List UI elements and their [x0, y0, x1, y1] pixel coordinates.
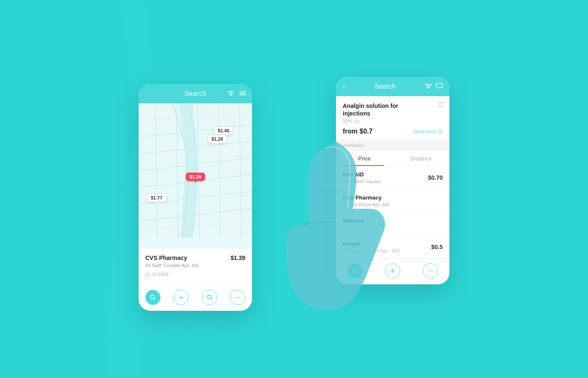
right-nav-add-btn[interactable]	[385, 263, 400, 278]
list-price-3: $0.5	[431, 244, 443, 250]
svg-point-45	[429, 85, 430, 87]
show-more-button[interactable]: Show more	[413, 129, 443, 134]
list-pharmacy-name-1: CVS Pharmacy	[343, 194, 389, 201]
right-search-icon	[352, 268, 358, 274]
list-item[interactable]: CVS Pharmacy 55 Jast Route Apt. 498	[336, 189, 449, 213]
svg-point-21	[230, 94, 231, 96]
svg-point-39	[237, 297, 238, 298]
nav-bookmark-btn[interactable]	[202, 290, 217, 305]
price-row: from $0.7 Show more	[343, 128, 443, 135]
right-phone: ‹ Search	[336, 77, 449, 284]
svg-line-35	[154, 299, 155, 300]
list-item[interactable]: Kroger 77 Bianca Circles Sui... 013 $0.5	[336, 236, 449, 259]
list-item-info: CVS Pharmacy 55 Jast Route Apt. 498	[343, 194, 389, 207]
right-more-icon	[428, 268, 433, 274]
chevron-right-icon	[438, 129, 443, 134]
list-item-info: Walmart 6735 Vida Forest	[343, 218, 378, 230]
medicine-header: Analgin solution for injections	[343, 102, 443, 117]
search-nav-icon	[150, 294, 156, 300]
svg-point-47	[438, 129, 442, 134]
price-pin-1[interactable]: $1.46	[214, 126, 233, 135]
pharmacy-row: CVS Pharmacy $1.39	[145, 255, 245, 261]
tab-distance[interactable]: Distance	[393, 151, 449, 166]
right-header-title: Search	[374, 83, 396, 90]
svg-point-40	[239, 297, 240, 298]
list-pharmacy-addr-3: 77 Bianca Circles Sui... 013	[343, 248, 399, 253]
medicine-dosage: 50%, 1x	[343, 118, 443, 123]
left-header-icons	[228, 90, 246, 97]
svg-point-46	[428, 87, 429, 88]
svg-point-56	[432, 270, 433, 271]
pharmacy-name: CVS Pharmacy	[145, 255, 187, 261]
list-pharmacy-name-2: Walmart	[343, 218, 378, 224]
svg-point-54	[428, 270, 429, 271]
medicine-section: Analgin solution for injections 50%, 1x …	[336, 96, 449, 139]
left-phone: Search	[139, 84, 252, 311]
svg-point-38	[236, 297, 236, 298]
phones-container: Search	[0, 0, 588, 378]
nav-more-btn[interactable]	[230, 290, 245, 305]
right-phone-nav	[336, 259, 449, 284]
list-pharmacy-addr-2: 6735 Vida Forest	[343, 225, 378, 230]
filter-icon[interactable]	[228, 90, 234, 97]
list-pharmacy-name-0: Rite AID	[343, 171, 381, 178]
bookmark-nav-icon	[207, 294, 213, 300]
pharmacy-time: 09:00AM	[145, 272, 245, 277]
svg-point-19	[229, 91, 231, 92]
svg-point-20	[231, 93, 233, 94]
more-nav-icon	[235, 294, 241, 300]
pharmacy-price: $1.39	[231, 255, 245, 261]
nav-search-btn[interactable]	[145, 290, 160, 305]
tabs-row: Price Distance	[336, 151, 449, 166]
from-price: from $0.7	[343, 128, 373, 135]
list-item-info: Kroger 77 Bianca Circles Sui... 013	[343, 241, 399, 253]
svg-line-49	[440, 131, 441, 132]
list-price-0: $0.70	[428, 174, 443, 181]
list-pharmacy-addr-0: 8909 Mohr Square	[343, 179, 381, 184]
map-view-icon[interactable]	[436, 83, 443, 90]
list-item[interactable]: Walmart 6735 Vida Forest	[336, 213, 449, 236]
nav-add-btn[interactable]	[173, 290, 189, 305]
left-header-title: Search	[184, 90, 207, 97]
price-pin-active[interactable]: $1.39	[186, 173, 205, 181]
pharmacy-address: 84 Swift Turnpike Apt. 445	[145, 263, 245, 268]
right-header-icons	[425, 83, 443, 90]
svg-line-51	[356, 272, 358, 274]
list-item-info: Rite AID 8909 Mohr Square	[343, 171, 381, 184]
back-button[interactable]: ‹	[343, 83, 345, 90]
filter-sliders-icon[interactable]	[425, 83, 432, 90]
price-pin-2[interactable]: $1.28	[207, 135, 227, 143]
svg-point-55	[430, 270, 431, 271]
list-icon[interactable]	[239, 90, 246, 97]
clock-icon	[145, 273, 150, 277]
left-phone-header: Search	[139, 84, 252, 103]
list-pharmacy-name-3: Kroger	[343, 241, 399, 247]
open-time: 09:00AM	[152, 272, 168, 277]
right-phone-header: ‹ Search	[336, 77, 449, 96]
price-pin-4[interactable]: $1.77	[147, 194, 166, 202]
right-add-icon	[390, 268, 396, 274]
tab-price[interactable]: Price	[336, 151, 393, 166]
right-phone-inner: ‹ Search	[336, 77, 449, 284]
pharmacy-list: Rite AID 8909 Mohr Square $0.70 CVS Phar…	[336, 166, 449, 259]
svg-point-44	[427, 84, 428, 85]
add-nav-icon	[178, 294, 184, 300]
right-nav-more-btn[interactable]	[423, 263, 438, 278]
list-item[interactable]: Rite AID 8909 Mohr Square $0.70	[336, 166, 449, 189]
left-pharmacy-info: CVS Pharmacy $1.39 84 Swift Turnpike Apt…	[139, 249, 252, 285]
medicine-name: Analgin solution for injections	[343, 102, 427, 117]
right-nav-search-btn[interactable]	[347, 263, 362, 278]
left-map: $1.46 $1.28 $1.39 $1.77	[139, 103, 252, 249]
availability-bar: Availability	[336, 139, 449, 151]
medicine-bookmark-icon[interactable]	[438, 102, 443, 109]
left-phone-nav	[139, 286, 252, 311]
list-pharmacy-addr-1: 55 Jast Route Apt. 498	[343, 202, 389, 207]
